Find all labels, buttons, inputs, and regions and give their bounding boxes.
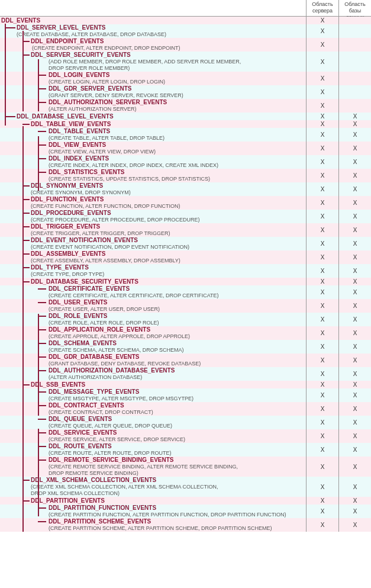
event-title: DDL_SSB_EVENTS (31, 381, 306, 388)
event-desc: (CREATE PROCEDURE, ALTER PROCEDURE, DROP… (31, 217, 306, 223)
mark-server: X (306, 196, 338, 210)
mark-db: X (338, 388, 371, 402)
mark-server: X (306, 85, 338, 99)
header-server-scope: Область сервера (306, 0, 338, 16)
tree-line (5, 24, 6, 126)
event-title: DDL_ENDPOINT_EVENTS (31, 38, 306, 45)
event-desc: (ALTER AUTHORIZATION SERVER) (49, 106, 306, 113)
tree-row: DDL_SERVICE_EVENTS(CREATE SERVICE, ALTER… (0, 429, 371, 443)
tree-line (38, 429, 39, 516)
tree-line (38, 314, 39, 416)
tree-row: DDL_ENDPOINT_EVENTS(CREATE ENDPOINT, ALT… (0, 38, 371, 52)
mark-server: X (306, 354, 338, 367)
event-title: DDL_EVENT_NOTIFICATION_EVENTS (31, 237, 306, 244)
tree-row: DDL_DATABASE_LEVEL_EVENTS X X (0, 113, 371, 120)
event-title: DDL_PARTITION_EVENTS (31, 497, 306, 505)
event-title: DDL_ASSEMBLY_EVENTS (31, 250, 306, 258)
event-title: DDL_GDR_DATABASE_EVENTS (49, 354, 306, 361)
mark-db: X (338, 120, 371, 128)
mark-db: X (338, 285, 371, 299)
tree-row: DDL_USER_EVENTS(CREATE USER, ALTER USER,… (0, 299, 371, 313)
event-title: DDL_LOGIN_EVENTS (49, 72, 306, 79)
event-title: DDL_APPLICATION_ROLE_EVENTS (49, 326, 306, 333)
tree-row: DDL_PARTITION_FUNCTION_EVENTS(CREATE PAR… (0, 505, 371, 518)
event-title: DDL_TYPE_EVENTS (31, 264, 306, 271)
event-desc: (CREATE PARTITION SCHEME, ALTER PARTITIO… (49, 525, 306, 532)
tree-row: DDL_PARTITION_EVENTS X X (0, 497, 371, 505)
tree-row: DDL_AUTHORIZATION_SERVER_EVENTS(ALTER AU… (0, 99, 371, 113)
mark-db: X (338, 443, 371, 457)
event-desc: (CREATE ROLE, ALTER ROLE, DROP ROLE) (49, 320, 306, 326)
mark-server: X (306, 250, 338, 264)
tree-row: DDL_TABLE_EVENTS(CREATE TABLE, ALTER TAB… (0, 128, 371, 142)
mark-server: X (306, 416, 338, 429)
tree-row: DDL_APPLICATION_ROLE_EVENTS(CREATE APPRO… (0, 326, 371, 340)
event-title: DDL_QUEUE_EVENTS (49, 416, 306, 423)
mark-db: X (338, 367, 371, 381)
event-desc: DROP XML SCHEMA COLLECTION) (31, 490, 306, 497)
event-desc: (CREATE LOGIN, ALTER LOGIN, DROP LOGIN) (49, 79, 306, 85)
event-title: DDL_AUTHORIZATION_SERVER_EVENTS (49, 99, 306, 106)
mark-db (338, 17, 371, 24)
tree-line (22, 126, 24, 532)
mark-db: X (338, 196, 371, 210)
event-desc: (CREATE ASSEMBLY, ALTER ASSEMBLY, DROP A… (31, 258, 306, 264)
tree-row: DDL_ASSEMBLY_EVENTS(CREATE ASSEMBLY, ALT… (0, 250, 371, 264)
mark-db: X (338, 250, 371, 264)
mark-db: X (338, 210, 371, 223)
mark-server: X (306, 340, 338, 354)
mark-db: X (338, 477, 371, 497)
mark-server: X (306, 443, 338, 457)
mark-server: X (306, 497, 338, 505)
event-title: DDL_MESSAGE_TYPE_EVENTS (49, 388, 306, 396)
tree-row: DDL_XML_SCHEMA_COLLECTION_EVENTS(CREATE … (0, 477, 371, 497)
event-title: DDL_TRIGGER_EVENTS (31, 223, 306, 230)
event-title: DDL_PARTITION_SCHEME_EVENTS (49, 518, 306, 525)
tree-row: DDL_LOGIN_EVENTS(CREATE LOGIN, ALTER LOG… (0, 72, 371, 85)
event-title: DDL_XML_SCHEMA_COLLECTION_EVENTS (31, 477, 306, 484)
event-desc: (CREATE CERTIFICATE, ALTER CERTIFICATE, … (49, 293, 306, 299)
tree-row: DDL_SERVER_LEVEL_EVENTS(CREATE DATABASE,… (0, 24, 371, 38)
event-title: DDL_INDEX_EVENTS (49, 155, 306, 162)
event-desc: (CREATE FUNCTION, ALTER FUNCTION, DROP F… (31, 203, 306, 210)
header-db-scope: Область базы данных (338, 0, 371, 16)
tree-row: DDL_GDR_SERVER_EVENTS(GRANT SERVER, DENY… (0, 85, 371, 99)
mark-db: X (338, 264, 371, 278)
event-desc: DROP REMOTE SERVICE BINDING) (49, 470, 306, 477)
mark-server: X (306, 299, 338, 313)
event-desc: (GRANT SERVER, DENY SERVER, REVOKE SERVE… (49, 92, 306, 99)
tree-row: DDL_MESSAGE_TYPE_EVENTS(CREATE MSGTYPE, … (0, 388, 371, 402)
tree-row: DDL_TABLE_VIEW_EVENTS X X (0, 120, 371, 128)
event-desc: (CREATE QUEUE, ALTER QUEUE, DROP QUEUE) (49, 423, 306, 429)
mark-server: X (306, 264, 338, 278)
event-desc: (ALTER AUTHORIZATION DATABASE) (49, 374, 306, 381)
mark-db (338, 72, 371, 85)
tree-row: DDL_SYNONYM_EVENTS(CREATE SYNONYM, DROP … (0, 182, 371, 196)
event-title: DDL_GDR_SERVER_EVENTS (49, 85, 306, 92)
event-desc: (CREATE SERVICE, ALTER SERVICE, DROP SER… (49, 436, 306, 443)
mark-db: X (338, 518, 371, 532)
mark-server: X (306, 182, 338, 196)
event-desc: (CREATE ROUTE, ALTER ROUTE, DROP ROUTE) (49, 450, 306, 457)
tree-row: DDL_QUEUE_EVENTS(CREATE QUEUE, ALTER QUE… (0, 416, 371, 429)
tree-row: DDL_EVENTS X (0, 17, 371, 24)
mark-db: X (338, 313, 371, 326)
mark-server: X (306, 17, 338, 24)
tree-row: DDL_TYPE_EVENTS(CREATE TYPE, DROP TYPE) … (0, 264, 371, 278)
mark-db: X (338, 278, 371, 285)
mark-server: X (306, 518, 338, 532)
mark-server: X (306, 38, 338, 52)
tree-row: DDL_CERTIFICATE_EVENTS(CREATE CERTIFICAT… (0, 285, 371, 299)
mark-server: X (306, 155, 338, 169)
mark-db: X (338, 354, 371, 367)
mark-db (338, 24, 371, 38)
mark-server: X (306, 457, 338, 477)
mark-server: X (306, 367, 338, 381)
event-desc: (CREATE SYNONYM, DROP SYNONYM) (31, 189, 306, 196)
tree-row: DDL_GDR_DATABASE_EVENTS(GRANT DATABASE, … (0, 354, 371, 367)
mark-db: X (338, 237, 371, 250)
event-title: DDL_ROUTE_EVENTS (49, 443, 306, 450)
mark-server: X (306, 72, 338, 85)
mark-server: X (306, 169, 338, 182)
mark-server: X (306, 113, 338, 120)
